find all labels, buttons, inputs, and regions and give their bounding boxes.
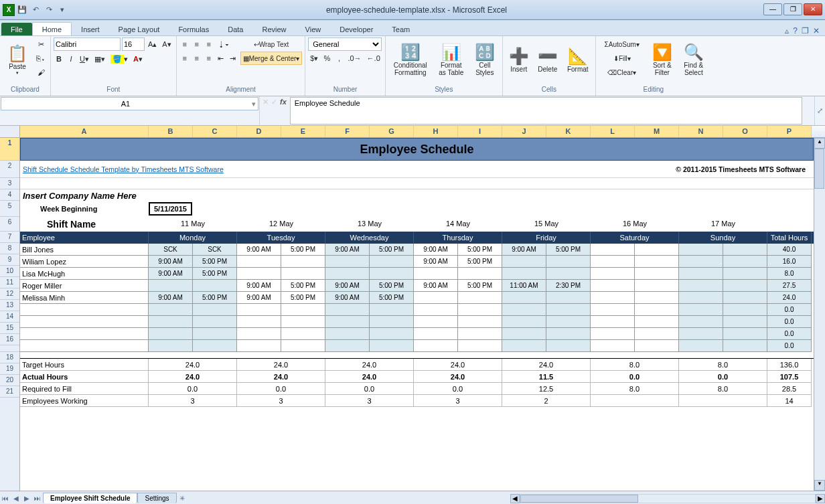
- redo-icon[interactable]: ↷: [43, 4, 55, 16]
- undo-icon[interactable]: ↶: [29, 4, 42, 16]
- column-header[interactable]: M: [635, 126, 679, 137]
- row-header[interactable]: 11: [0, 277, 19, 288]
- summary-value[interactable]: 0.0: [237, 383, 325, 395]
- row-header[interactable]: 18: [0, 352, 19, 363]
- total-hours-cell[interactable]: 0.0: [767, 304, 812, 316]
- shift-cell[interactable]: [723, 328, 767, 340]
- row-header[interactable]: 9: [0, 254, 19, 266]
- shift-cell[interactable]: [679, 316, 723, 328]
- clear-button[interactable]: ⌫ Clear▾: [599, 66, 646, 79]
- total-hours-cell[interactable]: 0.0: [767, 328, 812, 340]
- shift-cell[interactable]: [723, 292, 767, 304]
- name-box[interactable]: [1, 98, 250, 110]
- employee-name-cell[interactable]: Lisa McHugh: [20, 268, 149, 280]
- column-header[interactable]: P: [767, 126, 812, 137]
- shift-cell[interactable]: [546, 268, 591, 280]
- summary-value[interactable]: 24.0: [237, 371, 325, 383]
- percent-format-icon[interactable]: %: [321, 52, 332, 65]
- name-box-dropdown-icon[interactable]: ▾: [250, 100, 258, 108]
- shift-cell[interactable]: 5:00 PM: [193, 292, 237, 304]
- total-hours-cell[interactable]: 16.0: [767, 256, 812, 268]
- summary-value[interactable]: 8.0: [679, 359, 767, 371]
- shift-cell[interactable]: [723, 280, 767, 292]
- scroll-thumb[interactable]: [520, 495, 638, 503]
- shift-cell[interactable]: 9:00 AM: [325, 292, 370, 304]
- shift-cell[interactable]: [723, 268, 767, 280]
- column-header[interactable]: A: [20, 126, 149, 137]
- sheet-title[interactable]: Employee Schedule: [20, 138, 814, 161]
- employee-name-cell[interactable]: [20, 316, 149, 328]
- shift-cell[interactable]: [281, 328, 325, 340]
- shift-cell[interactable]: [458, 328, 502, 340]
- align-right-icon[interactable]: ≡: [204, 52, 214, 65]
- summary-value[interactable]: 3: [414, 395, 502, 407]
- shift-cell[interactable]: [149, 328, 193, 340]
- enter-formula-icon[interactable]: ✓: [271, 98, 277, 106]
- row-header[interactable]: 1: [0, 138, 19, 161]
- shift-cell[interactable]: [635, 256, 679, 268]
- shift-cell[interactable]: [635, 280, 679, 292]
- font-size-combo[interactable]: [122, 37, 145, 51]
- shift-cell[interactable]: [370, 256, 414, 268]
- last-sheet-icon[interactable]: ⏭: [32, 495, 43, 502]
- minimize-button[interactable]: —: [763, 3, 782, 15]
- tab-insert[interactable]: Insert: [72, 23, 109, 35]
- formula-bar[interactable]: Employee Schedule: [290, 97, 802, 124]
- employee-name-cell[interactable]: Roger Miller: [20, 280, 149, 292]
- tab-formulas[interactable]: Formulas: [169, 23, 218, 35]
- tab-review[interactable]: Review: [252, 23, 295, 35]
- employee-name-cell[interactable]: Wiliam Lopez: [20, 256, 149, 268]
- employee-name-cell[interactable]: [20, 304, 149, 316]
- paste-button[interactable]: 📋Paste▾: [3, 37, 32, 82]
- shift-cell[interactable]: [281, 304, 325, 316]
- shift-cell[interactable]: 9:00 AM: [149, 256, 193, 268]
- autosum-button[interactable]: Σ AutoSum▾: [599, 37, 646, 51]
- tab-developer[interactable]: Developer: [330, 23, 382, 35]
- cut-icon[interactable]: ✂: [34, 37, 48, 51]
- shift-cell[interactable]: [679, 244, 723, 256]
- align-left-icon[interactable]: ≡: [179, 52, 190, 65]
- row-header[interactable]: 4: [0, 189, 19, 201]
- tab-page-layout[interactable]: Page Layout: [109, 23, 169, 35]
- scroll-thumb[interactable]: [814, 149, 824, 189]
- summary-total[interactable]: 136.0: [767, 359, 812, 371]
- summary-value[interactable]: 24.0: [149, 359, 237, 371]
- shift-cell[interactable]: [679, 340, 723, 352]
- shift-cell[interactable]: 5:00 PM: [370, 292, 414, 304]
- shift-cell[interactable]: [414, 292, 458, 304]
- total-hours-cell[interactable]: 40.0: [767, 244, 812, 256]
- column-header[interactable]: J: [502, 126, 546, 137]
- shift-cell[interactable]: 9:00 AM: [237, 280, 281, 292]
- shift-cell[interactable]: [458, 316, 502, 328]
- shift-cell[interactable]: [237, 340, 281, 352]
- shift-cell[interactable]: 9:00 AM: [414, 280, 458, 292]
- shift-cell[interactable]: [591, 328, 635, 340]
- shift-cell[interactable]: 5:00 PM: [193, 256, 237, 268]
- fx-icon[interactable]: fx: [280, 98, 287, 106]
- total-hours-cell[interactable]: 24.0: [767, 292, 812, 304]
- shift-cell[interactable]: 5:00 PM: [281, 280, 325, 292]
- shift-cell[interactable]: 5:00 PM: [281, 244, 325, 256]
- summary-value[interactable]: 24.0: [414, 359, 502, 371]
- shift-cell[interactable]: [546, 304, 591, 316]
- shift-cell[interactable]: [591, 268, 635, 280]
- horizontal-scrollbar[interactable]: ◀ ▶: [510, 493, 825, 504]
- shift-cell[interactable]: [502, 316, 546, 328]
- shift-cell[interactable]: [502, 256, 546, 268]
- shift-cell[interactable]: 9:00 AM: [325, 280, 370, 292]
- shift-cell[interactable]: [193, 316, 237, 328]
- total-hours-cell[interactable]: 0.0: [767, 316, 812, 328]
- shift-cell[interactable]: 5:00 PM: [458, 280, 502, 292]
- summary-value[interactable]: 3: [325, 395, 414, 407]
- help-icon[interactable]: ?: [793, 26, 798, 35]
- shift-cell[interactable]: 11:00 AM: [502, 280, 546, 292]
- shift-cell[interactable]: [237, 268, 281, 280]
- shift-cell[interactable]: [546, 256, 591, 268]
- row-header[interactable]: 16: [0, 334, 19, 345]
- shift-cell[interactable]: 9:00 AM: [237, 244, 281, 256]
- shift-cell[interactable]: [591, 244, 635, 256]
- shift-cell[interactable]: [502, 328, 546, 340]
- shift-cell[interactable]: [149, 280, 193, 292]
- employee-name-cell[interactable]: [20, 340, 149, 352]
- restore-window-icon[interactable]: ❐: [802, 26, 809, 35]
